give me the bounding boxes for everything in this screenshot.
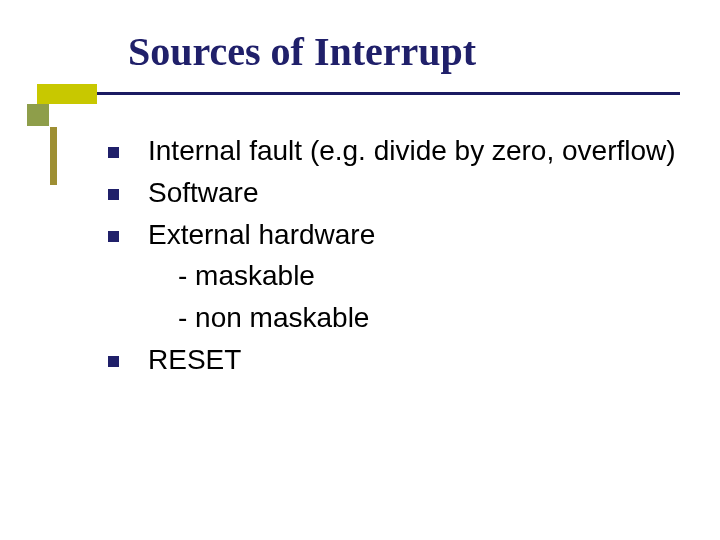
slide: Sources of Interrupt Internal fault (e.g… [0, 0, 720, 540]
title-area: Sources of Interrupt [128, 28, 680, 85]
list-item-text: Internal fault (e.g. divide by zero, ove… [148, 135, 676, 166]
list-item-text: Software [148, 177, 259, 208]
accent-bar-vertical [50, 127, 57, 185]
list-item: Internal fault (e.g. divide by zero, ove… [108, 132, 680, 170]
accent-rule-navy [97, 92, 680, 95]
list-subitem-text: - non maskable [178, 302, 369, 333]
content-area: Internal fault (e.g. divide by zero, ove… [108, 132, 680, 383]
list-subitem: - maskable [108, 257, 680, 295]
square-bullet-icon [108, 147, 119, 158]
square-bullet-icon [108, 231, 119, 242]
list-subitem: - non maskable [108, 299, 680, 337]
accent-square-green [27, 104, 49, 126]
list-item: Software [108, 174, 680, 212]
accent-bar-yellow [37, 84, 97, 104]
title-rule [0, 84, 720, 110]
list-item: RESET [108, 341, 680, 379]
list-item: External hardware [108, 216, 680, 254]
slide-title: Sources of Interrupt [128, 28, 680, 75]
square-bullet-icon [108, 189, 119, 200]
list-item-text: External hardware [148, 219, 375, 250]
list-item-text: RESET [148, 344, 241, 375]
list-subitem-text: - maskable [178, 260, 315, 291]
square-bullet-icon [108, 356, 119, 367]
